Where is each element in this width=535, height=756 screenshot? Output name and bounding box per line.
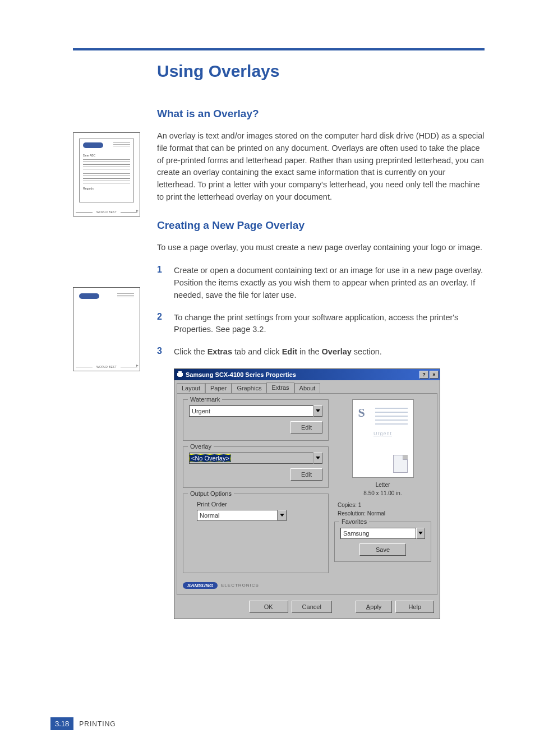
print-order-value[interactable]: Normal — [197, 510, 278, 521]
section-heading-what-is-overlay: What is an Overlay? — [157, 108, 485, 120]
tab-strip: Layout Paper Graphics Extras About — [174, 380, 440, 393]
page: Dear ABC Regards WORLD BEST — [0, 0, 535, 756]
chevron-down-icon[interactable] — [416, 528, 425, 539]
tab-about[interactable]: About — [294, 383, 321, 394]
apply-rest: pply — [370, 603, 381, 610]
step-text: Create or open a document containing tex… — [174, 265, 485, 301]
world-best-caption: WORLD BEST — [96, 210, 117, 214]
tab-extras[interactable]: Extras — [266, 382, 294, 393]
t: in the — [297, 347, 322, 356]
overlay-combo[interactable]: <No Overlay> — [189, 453, 322, 464]
apply-mnemonic: A — [366, 603, 370, 610]
preview-page-thumb — [393, 455, 408, 473]
svg-rect-2 — [178, 376, 182, 377]
dialog-title: Samsung SCX-4100 Series Properties — [186, 371, 296, 378]
group-legend: Overlay — [188, 443, 214, 450]
step-3: 3 Click the Extras tab and click Edit in… — [157, 346, 485, 358]
group-watermark: Watermark Urgent Edit — [183, 399, 329, 441]
dialog-footer: OK Cancel Apply Help — [174, 597, 440, 619]
samsung-logo-pill — [83, 142, 103, 148]
bold-edit: Edit — [282, 347, 297, 356]
step-number: 3 — [157, 346, 174, 358]
step-number: 2 — [157, 312, 174, 336]
step-text: To change the print settings from your s… — [174, 312, 485, 336]
letter-regards: Regards — [83, 187, 130, 190]
help-button[interactable]: ? — [419, 371, 428, 379]
section-intro-creating-overlay: To use a page overlay, you must create a… — [157, 242, 485, 254]
bold-overlay: Overlay — [322, 347, 352, 356]
overlay-edit-button[interactable]: Edit — [290, 468, 322, 481]
chevron-down-icon[interactable] — [278, 510, 287, 521]
favorites-value[interactable]: Samsung — [340, 528, 416, 539]
overlay-value-wrap[interactable]: <No Overlay> — [189, 453, 313, 464]
samsung-logo-pill — [79, 293, 99, 299]
arrow-right-icon — [136, 210, 139, 212]
letter-box: Dear ABC Regards WORLD BEST — [73, 132, 140, 216]
page-footer: 3.18 PRINTING — [50, 717, 116, 730]
preview-copies: Copies: 1 — [338, 501, 431, 509]
group-legend: Output Options — [188, 490, 234, 497]
brand-footer: SAMSUNG ELECTRONICS — [183, 579, 329, 589]
watermark-value[interactable]: Urgent — [189, 405, 313, 417]
step-number: 1 — [157, 265, 174, 301]
page-preview: S Urgent — [352, 399, 414, 478]
steps-list: 1 Create or open a document containing t… — [157, 265, 485, 358]
bold-extras: Extras — [207, 347, 232, 356]
cancel-button[interactable]: Cancel — [292, 601, 332, 613]
apply-button[interactable]: Apply — [356, 601, 393, 613]
tab-layout[interactable]: Layout — [177, 383, 205, 394]
printer-icon — [177, 371, 183, 379]
illustration-letter-with-text: Dear ABC Regards WORLD BEST — [73, 132, 140, 216]
properties-dialog: Samsung SCX-4100 Series Properties ? × L… — [174, 368, 440, 619]
page-number-badge: 3.18 — [50, 717, 73, 730]
tab-panel-extras: Watermark Urgent Edit Overlay <No — [177, 393, 437, 595]
letter-box-2: WORLD BEST — [73, 287, 140, 371]
step-text: Click the Extras tab and click Edit in t… — [174, 346, 382, 358]
preview-paper: Letter — [334, 481, 431, 488]
step-1: 1 Create or open a document containing t… — [157, 265, 485, 301]
favorites-save-button[interactable]: Save — [359, 543, 406, 556]
preview-size: 8.50 x 11.00 in. — [334, 490, 431, 497]
help-button[interactable]: Help — [395, 601, 434, 613]
group-overlay: Overlay <No Overlay> Edit — [183, 446, 329, 488]
watermark-edit-button[interactable]: Edit — [290, 421, 322, 434]
preview-watermark-text: Urgent — [353, 431, 413, 436]
group-favorites: Favorites Samsung Save — [334, 522, 431, 562]
samsung-logo: SAMSUNG — [183, 582, 218, 589]
svg-rect-1 — [178, 371, 182, 373]
t: section. — [352, 347, 382, 356]
chevron-down-icon[interactable] — [313, 453, 322, 464]
step-2: 2 To change the print settings from your… — [157, 312, 485, 336]
dialog-titlebar: Samsung SCX-4100 Series Properties ? × — [174, 369, 440, 380]
section-body-what-is-overlay: An overlay is text and/or images stored … — [157, 130, 485, 204]
world-best-caption: WORLD BEST — [96, 365, 117, 368]
properties-dialog-screenshot: Samsung SCX-4100 Series Properties ? × L… — [174, 368, 485, 619]
preview-resolution: Resolution: Normal — [338, 510, 431, 517]
print-order-label: Print Order — [197, 501, 322, 508]
page-footer-label: PRINTING — [79, 720, 116, 728]
illustration-letterhead-blank: WORLD BEST — [73, 287, 140, 371]
svg-rect-0 — [177, 373, 183, 376]
group-legend: Watermark — [188, 396, 222, 403]
top-rule — [73, 48, 485, 50]
t: tab and click — [232, 347, 282, 356]
preview-s-letter: S — [358, 405, 365, 420]
content-column: Using Overlays What is an Overlay? An ov… — [157, 62, 485, 619]
page-title: Using Overlays — [157, 62, 485, 81]
chevron-down-icon[interactable] — [313, 405, 322, 417]
ok-button[interactable]: OK — [249, 601, 288, 613]
close-button[interactable]: × — [430, 371, 439, 379]
tab-graphics[interactable]: Graphics — [232, 383, 266, 394]
tab-paper[interactable]: Paper — [205, 383, 232, 394]
brand-sub: ELECTRONICS — [221, 583, 259, 588]
group-legend: Favorites — [339, 518, 369, 525]
t: Click the — [174, 347, 207, 356]
letter-inner: Dear ABC Regards — [79, 139, 134, 202]
section-heading-creating-overlay: Creating a New Page Overlay — [157, 219, 485, 232]
group-output-options: Output Options Print Order Normal — [183, 494, 329, 573]
print-order-combo[interactable]: Normal — [197, 510, 287, 521]
arrow-right-icon — [136, 365, 139, 367]
letter-dear: Dear ABC — [83, 154, 130, 157]
favorites-combo[interactable]: Samsung — [340, 528, 425, 539]
watermark-combo[interactable]: Urgent — [189, 405, 322, 417]
